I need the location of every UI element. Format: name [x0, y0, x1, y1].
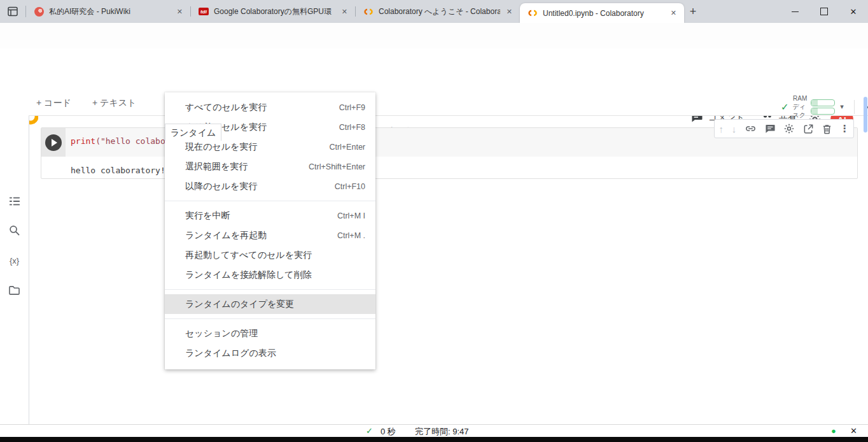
window-minimize-button[interactable] [780, 0, 809, 23]
colab-favicon [528, 8, 538, 18]
scrollbar-thumb[interactable] [864, 97, 867, 132]
resources-caret-icon[interactable]: ▾ [840, 103, 844, 111]
browser-navbar: https://colab.research.google.com/drive/… [0, 23, 868, 49]
variables-icon[interactable]: {x} [0, 256, 29, 266]
disk-gauge [811, 108, 835, 115]
table-of-contents-icon[interactable] [0, 196, 29, 207]
menu-item-run-after[interactable]: 以降のセルを実行Ctrl+F10 [165, 176, 375, 196]
tab-close-icon[interactable]: ✕ [340, 8, 349, 16]
tab-title: 私的AI研究会 - PukiWiki [49, 6, 171, 17]
window-controls: ✕ [780, 0, 868, 23]
menu-item-interrupt[interactable]: 実行を中断Ctrl+M I [165, 206, 375, 225]
delete-cell-icon[interactable] [822, 124, 832, 134]
tab-close-icon[interactable]: ✕ [176, 8, 184, 16]
play-icon [52, 139, 57, 146]
link-to-cell-icon[interactable] [745, 124, 757, 134]
menu-item-manage-sessions[interactable]: セッションの管理 [165, 324, 375, 343]
search-icon[interactable] [0, 224, 29, 236]
browser-tab-colab-welcome[interactable]: Colaboratory へようこそ - Colabora ✕ [356, 0, 520, 23]
open-in-editor-icon[interactable] [803, 124, 814, 134]
execution-duration: 0 秒 [381, 426, 396, 438]
tab-overview-icon [6, 5, 19, 18]
menu-item-run-selection[interactable]: 選択範囲を実行Ctrl+Shift+Enter [165, 157, 375, 176]
status-dot-icon: ● [831, 426, 836, 436]
status-check-icon: ✓ [366, 426, 373, 436]
tab-title: Colaboratory へようこそ - Colabora [379, 6, 500, 17]
menu-item-restart-run-all[interactable]: 再起動してすべてのセルを実行 [165, 245, 375, 265]
tdi-favicon: tdi [199, 6, 209, 17]
cell-more-icon[interactable]: ⋮ [840, 123, 850, 134]
cell-settings-gear-icon[interactable] [783, 123, 795, 134]
cell-toolbar: ↑ ↓ ⋮ [714, 119, 854, 138]
add-text-button[interactable]: + テキスト [92, 97, 136, 109]
execution-status-bar: ✓ 0 秒 完了時間: 9:47 ● ✕ [0, 424, 868, 438]
resource-gauges [811, 99, 835, 115]
menu-divider [165, 201, 375, 201]
move-cell-up-icon[interactable]: ↑ [718, 124, 724, 134]
completion-time: 完了時間: 9:47 [415, 426, 469, 438]
menu-item-change-runtime-type[interactable]: ランタイムのタイプを変更 [165, 294, 375, 314]
ram-label: RAM [793, 94, 807, 103]
disk-label: ディスク [793, 103, 808, 119]
run-cell-button[interactable] [45, 134, 62, 151]
tab-title: Google Colaboratoryの無料GPU環 [214, 6, 335, 17]
connected-check-icon: ✓ [781, 101, 789, 113]
resources-panel[interactable]: ✓ RAM ディスク ▾ [781, 94, 868, 119]
code-line[interactable]: print("hello colaborat [66, 128, 180, 157]
colab-header: Untitled0.ipynb ☆ ファイル 編集 表示 挿入 ランタイム ツー… [0, 48, 868, 93]
cell-gutter [41, 128, 66, 157]
menu-divider [165, 318, 375, 319]
window-close-button[interactable]: ✕ [839, 0, 868, 23]
notebook-toolbar: + コード + テキスト ✓ RAM ディスク ▾ [29, 92, 868, 116]
browser-tab-gpu-article[interactable]: tdi Google Colaboratoryの無料GPU環 ✕ [191, 0, 355, 23]
screen: 私的AI研究会 - PukiWiki ✕ tdi Google Colabora… [0, 0, 868, 442]
notebook-sidebar: {x} >_ [0, 92, 29, 425]
status-close-icon[interactable]: ✕ [850, 426, 857, 436]
maximize-icon [820, 8, 828, 15]
move-cell-down-icon[interactable]: ↓ [732, 124, 737, 134]
menu-divider [165, 289, 375, 290]
menu-item-run-all[interactable]: すべてのセルを実行Ctrl+F9 [165, 97, 375, 117]
browser-tab-pukiwiki[interactable]: 私的AI研究会 - PukiWiki ✕ [26, 0, 190, 23]
minimize-icon [792, 11, 799, 12]
tab-overview-button[interactable] [0, 0, 25, 23]
tab-title: Untitled0.ipynb - Colaboratory [543, 9, 664, 18]
taskbar-edge [0, 437, 868, 442]
ram-gauge [811, 99, 835, 106]
pukiwiki-favicon [34, 6, 44, 17]
cell-output: hello colaboratory! [41, 157, 857, 175]
add-comment-icon[interactable] [765, 124, 776, 134]
divider [854, 100, 855, 114]
add-code-button[interactable]: + コード [36, 97, 71, 109]
tab-close-icon[interactable]: ✕ [505, 8, 514, 16]
menu-item-disconnect-delete[interactable]: ランタイムを接続解除して削除 [165, 265, 375, 285]
browser-tab-untitled0-active[interactable]: Untitled0.ipynb - Colaboratory ✕ [520, 3, 684, 23]
tab-close-icon[interactable]: ✕ [669, 9, 678, 17]
new-tab-button[interactable]: + [684, 0, 702, 23]
files-folder-icon[interactable] [0, 285, 29, 296]
menu-item-view-runtime-logs[interactable]: ランタイムログの表示 [165, 343, 375, 363]
menu-runtime-open[interactable]: ランタイム [165, 124, 221, 141]
colab-favicon [363, 6, 374, 17]
menu-item-restart-runtime[interactable]: ランタイムを再起動Ctrl+M . [165, 225, 375, 245]
browser-tab-bar: 私的AI研究会 - PukiWiki ✕ tdi Google Colabora… [0, 0, 868, 23]
window-maximize-button[interactable] [809, 0, 839, 23]
